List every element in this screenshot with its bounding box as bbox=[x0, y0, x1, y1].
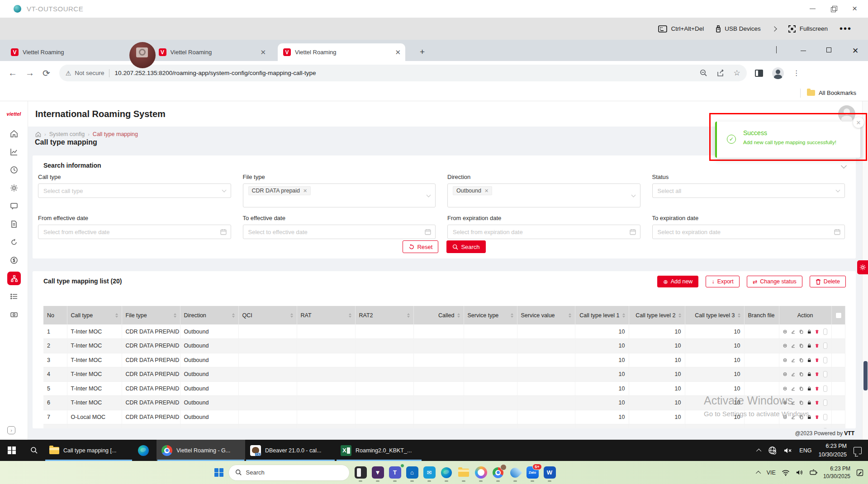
view-detail-icon[interactable] bbox=[783, 329, 787, 335]
edit-icon[interactable] bbox=[791, 414, 795, 420]
taskbar-zalo-icon[interactable]: Zalo5+ bbox=[526, 466, 539, 479]
taskbar-file-explorer-button[interactable]: Call type mapping [... bbox=[44, 440, 133, 461]
edit-icon[interactable] bbox=[791, 399, 795, 406]
side-panel-icon[interactable] bbox=[755, 70, 763, 77]
taskbar-mail-icon[interactable]: ✉ bbox=[423, 466, 436, 479]
browser-minimize-button[interactable] bbox=[801, 51, 806, 51]
theme-settings-fab[interactable] bbox=[857, 260, 868, 274]
row-checkbox[interactable] bbox=[823, 414, 828, 420]
delete-row-icon[interactable] bbox=[815, 371, 819, 377]
col-call-type-level-2[interactable]: Call type level 2 bbox=[629, 306, 685, 324]
sort-icon[interactable] bbox=[115, 313, 118, 318]
col-call-type-level-1[interactable]: Call type level 1 bbox=[575, 306, 629, 324]
view-detail-icon[interactable] bbox=[783, 357, 787, 363]
sort-icon[interactable] bbox=[569, 313, 571, 318]
local-start-button[interactable] bbox=[214, 468, 223, 477]
remote-minimize-button[interactable] bbox=[810, 6, 816, 12]
row-checkbox[interactable] bbox=[823, 357, 828, 363]
call-type-select[interactable]: Select call type bbox=[38, 183, 231, 198]
browser-profile-avatar[interactable] bbox=[772, 67, 784, 79]
sidebar-list-icon[interactable] bbox=[0, 287, 28, 305]
lock-icon[interactable] bbox=[807, 399, 811, 406]
col-file-type[interactable]: File type bbox=[122, 306, 180, 324]
remote-search-button[interactable] bbox=[24, 440, 44, 461]
tray-expand-icon[interactable] bbox=[756, 448, 761, 453]
sort-icon[interactable] bbox=[349, 313, 351, 318]
local-search-box[interactable]: Search bbox=[228, 465, 350, 481]
toast-close-icon[interactable]: ✕ bbox=[853, 117, 864, 128]
lock-icon[interactable] bbox=[807, 385, 811, 392]
ctrl-alt-del-button[interactable]: Ctrl+Alt+Del bbox=[658, 25, 704, 33]
lock-icon[interactable] bbox=[807, 414, 811, 420]
export-button[interactable]: ↓Export bbox=[706, 276, 739, 287]
sidebar-collapse-button[interactable]: › bbox=[7, 426, 15, 434]
pen-notification-icon[interactable] bbox=[856, 469, 863, 476]
view-detail-icon[interactable] bbox=[783, 414, 787, 420]
sidebar-dollar-icon[interactable] bbox=[0, 251, 28, 269]
edit-icon[interactable] bbox=[791, 357, 795, 363]
delete-row-icon[interactable] bbox=[815, 357, 819, 363]
col-qci[interactable]: QCI bbox=[238, 306, 297, 324]
taskbar-copilot-icon[interactable] bbox=[475, 466, 487, 479]
copy-icon[interactable] bbox=[799, 371, 803, 377]
delete-row-icon[interactable] bbox=[815, 428, 819, 428]
share-icon[interactable] bbox=[716, 69, 725, 77]
view-detail-icon[interactable] bbox=[783, 343, 787, 349]
delete-row-icon[interactable] bbox=[815, 414, 819, 420]
taskbar-purple-app-icon[interactable]: ▼ bbox=[372, 466, 384, 479]
taskbar-edge-button[interactable] bbox=[133, 440, 157, 461]
sort-icon[interactable] bbox=[678, 313, 681, 318]
delete-row-icon[interactable] bbox=[815, 399, 819, 406]
local-clock[interactable]: 6:23 PM 10/30/2025 bbox=[823, 465, 850, 480]
browser-tab-3-active[interactable]: V Viettel Roaming ✕ bbox=[278, 43, 405, 61]
taskbar-edge-icon[interactable] bbox=[441, 466, 453, 479]
delete-row-icon[interactable] bbox=[815, 329, 819, 335]
table-row[interactable]: 5 T-Inter MOC CDR DATA PREPAID Outbound bbox=[43, 381, 845, 396]
volume-icon[interactable] bbox=[796, 469, 804, 476]
lock-icon[interactable] bbox=[807, 371, 811, 377]
reset-button[interactable]: Reset bbox=[403, 240, 438, 253]
copy-icon[interactable] bbox=[799, 357, 803, 363]
remote-close-button[interactable] bbox=[852, 6, 858, 12]
tab-search-chevron[interactable] bbox=[776, 46, 777, 53]
copy-icon[interactable] bbox=[799, 343, 803, 349]
sidebar-mapping-icon-active[interactable] bbox=[0, 269, 28, 287]
col-direction[interactable]: Direction bbox=[180, 306, 238, 324]
sidebar-settings-icon[interactable] bbox=[0, 179, 28, 197]
file-type-multiselect[interactable]: CDR DATA prepaid✕ bbox=[243, 183, 436, 207]
row-checkbox[interactable] bbox=[823, 428, 828, 428]
scrollbar-thumb[interactable] bbox=[863, 361, 868, 390]
sort-icon[interactable] bbox=[290, 313, 293, 318]
table-row[interactable]: 1 T-Inter MOC CDR DATA PREPAID Outbound bbox=[43, 324, 845, 339]
tab-close-icon[interactable]: ✕ bbox=[260, 48, 266, 56]
remote-more-options-button[interactable]: ••• bbox=[840, 23, 852, 34]
col-called[interactable]: Called bbox=[413, 306, 464, 324]
copy-icon[interactable] bbox=[799, 385, 803, 392]
new-tab-button[interactable]: + bbox=[420, 47, 425, 57]
browser-close-button[interactable]: ✕ bbox=[852, 46, 859, 56]
row-checkbox[interactable] bbox=[823, 385, 828, 392]
delete-row-icon[interactable] bbox=[815, 343, 819, 349]
edit-icon[interactable] bbox=[791, 329, 795, 335]
remote-restore-button[interactable] bbox=[831, 6, 837, 12]
browser-tab-2[interactable]: ✕ V Viettel Roaming ✕ bbox=[143, 43, 270, 61]
security-label[interactable]: Not secure bbox=[75, 70, 104, 76]
from-expiration-date-input[interactable]: Select from expiration date bbox=[447, 225, 640, 239]
sidebar-sync-icon[interactable] bbox=[0, 233, 28, 251]
edit-icon[interactable] bbox=[791, 371, 795, 377]
sort-icon[interactable] bbox=[511, 313, 513, 318]
volume-muted-icon[interactable] bbox=[783, 447, 792, 454]
row-checkbox[interactable] bbox=[823, 329, 828, 335]
col-service-type[interactable]: Service type bbox=[464, 306, 517, 324]
omnibox[interactable]: ⚠ Not secure 10.207.252.135:8200/roaming… bbox=[59, 65, 747, 81]
from-effective-date-input[interactable]: Select from effective date bbox=[38, 225, 231, 239]
to-effective-date-input[interactable]: Select to effective date bbox=[243, 225, 436, 239]
copy-icon[interactable] bbox=[799, 399, 803, 406]
browser-maximize-button[interactable] bbox=[826, 47, 831, 52]
wifi-icon[interactable] bbox=[782, 470, 790, 476]
fullscreen-button[interactable]: Fullscreen bbox=[788, 25, 828, 33]
browser-tab-1[interactable]: V Viettel Roaming bbox=[5, 43, 133, 61]
col-call-type[interactable]: Call type bbox=[67, 306, 122, 324]
sidebar-home-icon[interactable] bbox=[0, 125, 28, 143]
select-all-checkbox[interactable] bbox=[835, 312, 842, 319]
